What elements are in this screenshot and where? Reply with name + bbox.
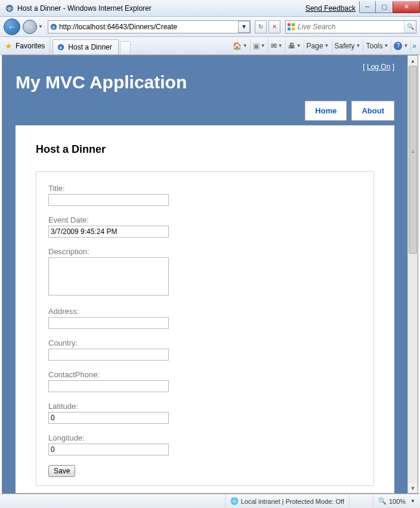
home-icon: 🏠 <box>233 42 242 50</box>
form-fieldset: Title: Event Date: Description: Address: <box>36 171 374 486</box>
app-title: My MVC Application <box>16 72 394 93</box>
history-dropdown-icon[interactable]: ▼ <box>38 24 43 29</box>
browser-tab[interactable]: e Host a Dinner <box>52 39 118 54</box>
zoom-control[interactable]: 🔍 100% ▼ <box>373 494 420 508</box>
scroll-track[interactable]: ≡ <box>408 66 418 483</box>
print-tool-button[interactable]: 🖶▼ <box>286 39 304 53</box>
search-bar[interactable]: 🔍 <box>285 20 416 33</box>
command-bar: ★ Favorites e Host a Dinner 🏠▼ ▣▼ ✉▼ 🖶▼ … <box>0 37 420 55</box>
safety-menu-button[interactable]: Safety▼ <box>332 39 364 53</box>
page-heading: Host a Dinner <box>36 143 374 156</box>
page-icon: e <box>48 23 59 31</box>
nav-about[interactable]: About <box>351 101 394 121</box>
star-icon: ★ <box>5 41 13 51</box>
feeds-tool-button[interactable]: ▣▼ <box>251 39 268 53</box>
url-input[interactable] <box>59 23 239 31</box>
eventdate-label: Event Date: <box>48 215 362 224</box>
svg-text:e: e <box>60 45 62 50</box>
window-title: Host a Dinner - Windows Internet Explore… <box>17 4 305 13</box>
address-input[interactable] <box>48 317 169 329</box>
new-tab-button[interactable] <box>120 41 131 54</box>
scroll-thumb[interactable]: ≡ <box>409 66 417 254</box>
address-bar[interactable]: e ▼ <box>48 20 251 33</box>
ie-icon: e <box>5 4 14 13</box>
longitude-input[interactable] <box>48 444 169 455</box>
tab-label: Host a Dinner <box>68 43 112 51</box>
logon-link[interactable]: [ Log On ] <box>16 63 394 71</box>
scroll-down-icon[interactable]: ▼ <box>408 483 418 493</box>
country-label: Country: <box>48 338 362 347</box>
latitude-input[interactable] <box>48 412 169 424</box>
address-label: Address: <box>48 307 362 316</box>
description-label: Description: <box>48 247 362 256</box>
windows-flag-icon <box>286 23 297 31</box>
svg-rect-4 <box>288 23 291 26</box>
svg-text:e: e <box>8 6 11 11</box>
back-button[interactable]: ← <box>4 19 20 35</box>
status-bar: 🌐 Local intranet | Protected Mode: Off 🔍… <box>0 494 420 508</box>
status-separator <box>349 494 373 508</box>
svg-rect-5 <box>292 23 295 26</box>
country-input[interactable] <box>48 349 169 361</box>
search-input[interactable] <box>297 22 404 32</box>
help-button[interactable]: ?▼ <box>391 39 411 53</box>
home-tool-button[interactable]: 🏠▼ <box>230 39 251 53</box>
svg-rect-7 <box>292 27 295 30</box>
window-titlebar: e Host a Dinner - Windows Internet Explo… <box>0 0 420 17</box>
favorites-label: Favorites <box>16 42 45 50</box>
favorites-button[interactable]: ★ Favorites <box>0 37 50 54</box>
eventdate-input[interactable] <box>48 226 169 238</box>
address-dropdown-icon[interactable]: ▼ <box>238 21 250 33</box>
globe-icon: 🌐 <box>230 497 239 505</box>
minimize-button[interactable]: ─ <box>359 1 376 13</box>
description-input[interactable] <box>48 257 169 295</box>
help-icon: ? <box>394 42 402 50</box>
title-label: Title: <box>48 184 362 193</box>
save-button[interactable]: Save <box>48 465 75 477</box>
zoom-icon: 🔍 <box>378 497 387 505</box>
browser-viewport: [ Log On ] My MVC Application Home About… <box>2 55 418 494</box>
contactphone-label: ContactPhone: <box>48 370 362 379</box>
forward-button[interactable]: → <box>23 20 37 34</box>
expand-toolbar-button[interactable]: » <box>411 39 418 53</box>
send-feedback-link[interactable]: Send Feedback <box>305 4 356 13</box>
nav-home[interactable]: Home <box>305 101 347 121</box>
longitude-label: Longitude: <box>48 433 362 442</box>
print-icon: 🖶 <box>288 42 295 50</box>
page-menu-button[interactable]: Page▼ <box>304 39 332 53</box>
refresh-button[interactable]: ↻ <box>255 20 267 33</box>
mail-icon: ✉ <box>271 42 277 50</box>
tools-menu-button[interactable]: Tools▼ <box>363 39 391 53</box>
mail-tool-button[interactable]: ✉▼ <box>268 39 286 53</box>
tab-icon: e <box>57 43 65 51</box>
close-button[interactable]: ✕ <box>393 1 420 13</box>
search-button[interactable]: 🔍 <box>404 21 416 33</box>
page-body: [ Log On ] My MVC Application Home About… <box>2 56 407 493</box>
scroll-up-icon[interactable]: ▲ <box>408 56 418 66</box>
maximize-button[interactable]: ▢ <box>376 1 393 13</box>
contactphone-input[interactable] <box>48 380 169 392</box>
vertical-scrollbar[interactable]: ▲ ≡ ▼ <box>407 56 418 493</box>
svg-rect-6 <box>288 27 291 30</box>
security-zone[interactable]: 🌐 Local intranet | Protected Mode: Off <box>225 494 349 508</box>
title-input[interactable] <box>48 194 169 206</box>
navigation-bar: ← → ▼ e ▼ ↻ ✕ 🔍 <box>0 17 420 37</box>
rss-icon: ▣ <box>253 42 260 50</box>
svg-text:e: e <box>52 24 55 29</box>
latitude-label: Latitude: <box>48 402 362 411</box>
stop-button[interactable]: ✕ <box>268 20 280 33</box>
